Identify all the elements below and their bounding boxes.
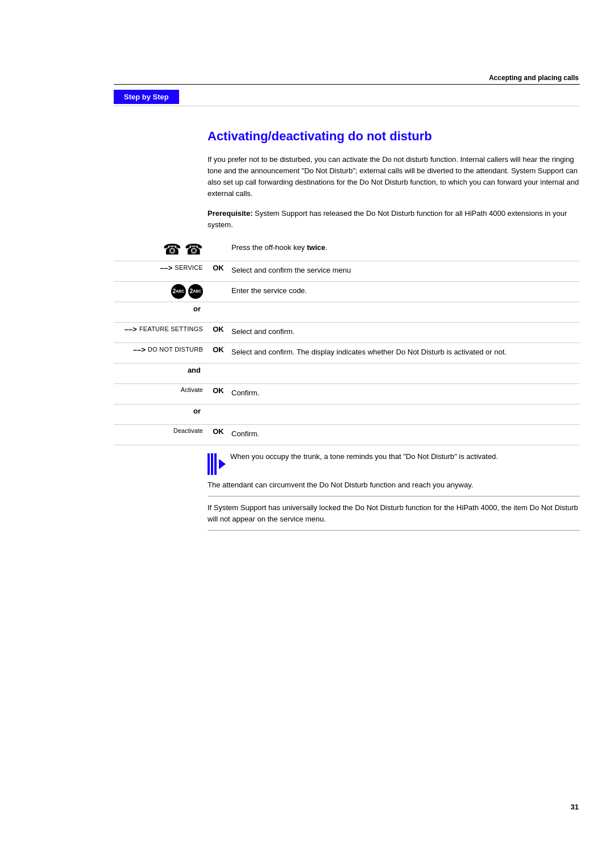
prereq-paragraph: Prerequisite: System Support has release… [208, 208, 580, 231]
col-right-dnd: Select and confirm. The display indicate… [229, 345, 580, 358]
col-right-and [229, 366, 580, 367]
col-mid-ok-service: OK [208, 264, 229, 272]
ok-label-feature: OK [213, 325, 224, 333]
arrow-icon-feature: ––> [125, 325, 137, 333]
info-note-2: The attendant can circumvent the Do Not … [208, 479, 580, 491]
info-section: When you occupy the trunk, a tone remind… [208, 451, 580, 531]
col-right-or1 [229, 304, 580, 306]
step-row-service-code: 2ABC 2ABC Enter the service code. [114, 282, 580, 302]
section-top-rule [114, 106, 580, 106]
col-right-feature: Select and confirm. [229, 325, 580, 337]
abc-badges: 2ABC 2ABC [171, 284, 203, 299]
phone-icons: ☎ ☎ [163, 241, 203, 258]
feature-label: Feature settings [139, 326, 203, 332]
col-right-activate: Confirm. [229, 386, 580, 399]
col-left-deactivate: Deactivate [114, 427, 208, 434]
intro-paragraph: If you prefer not to be disturbed, you c… [208, 154, 580, 200]
deactivate-label: Deactivate [173, 427, 203, 434]
arrow-icon-dnd: ––> [133, 345, 146, 354]
arrow-label-dnd: ––> DO NOT DISTURB [133, 345, 203, 354]
page-title: Activating/deactivating do not disturb [208, 129, 580, 144]
col-mid-ok-feature: OK [208, 325, 229, 333]
step-row-or1: or [114, 302, 580, 323]
col-left-activate: Activate [114, 386, 208, 393]
col-left-phone: ☎ ☎ [114, 241, 208, 258]
and-label: and [114, 366, 208, 374]
step-row-and: and [114, 364, 580, 384]
abc-badge-2: 2ABC [188, 284, 203, 299]
info-box-1: When you occupy the trunk, a tone remind… [208, 451, 580, 475]
info-arrow-indicator [208, 451, 226, 475]
col-right-deactivate: Confirm. [229, 427, 580, 440]
phone-icon-1: ☎ [163, 241, 181, 258]
header-section-title: Accepting and placing calls [489, 74, 579, 82]
bottom-rule-1 [208, 496, 580, 496]
info-arrow [219, 459, 226, 469]
prereq-text: System Support has released the Do Not D… [208, 209, 567, 229]
ok-label-activate: OK [213, 386, 224, 395]
or2-label: or [114, 407, 208, 415]
ok-label-dnd: OK [213, 345, 224, 354]
step-row-or2: or [114, 404, 580, 425]
info-bar-1 [208, 453, 210, 475]
step-row-deactivate: Deactivate OK Confirm. [114, 425, 580, 445]
twice-label: twice [307, 243, 326, 252]
phone-icon-2: ☎ [185, 241, 203, 258]
col-right-service: Select and confirm the service menu [229, 264, 580, 276]
arrow-label-service: ––> SERVICE [160, 264, 203, 272]
step-row-service: ––> SERVICE OK Select and confirm the se… [114, 261, 580, 282]
info-note-3: If System Support has universally locked… [208, 502, 580, 524]
activate-label: Activate [181, 386, 203, 393]
col-left-abc: 2ABC 2ABC [114, 284, 208, 299]
col-mid-ok-deactivate: OK [208, 427, 229, 436]
info-bar-2 [211, 453, 213, 475]
step-row-dnd: ––> DO NOT DISTURB OK Select and confirm… [114, 343, 580, 364]
step-row-activate: Activate OK Confirm. [114, 384, 580, 404]
col-right-service-code: Enter the service code. [229, 284, 580, 297]
col-mid-ok-activate: OK [208, 386, 229, 395]
abc-badge-1: 2ABC [171, 284, 186, 299]
or1-label: or [114, 304, 208, 313]
col-right-press-offhook: Press the off-hook key twice. [229, 241, 580, 253]
step-row-press-offhook: ☎ ☎ Press the off-hook key twice. [114, 239, 580, 261]
service-label: SERVICE [175, 264, 203, 271]
prereq-label: Prerequisite: [208, 209, 252, 218]
info-bar-3 [214, 453, 217, 475]
col-right-or2 [229, 407, 580, 408]
dnd-label: DO NOT DISTURB [148, 346, 203, 353]
arrow-label-feature: ––> Feature settings [125, 325, 203, 333]
step-row-feature-settings: ––> Feature settings OK Select and confi… [114, 323, 580, 343]
steps-area: ☎ ☎ Press the off-hook key twice. ––> SE… [114, 239, 580, 445]
main-content: Activating/deactivating do not disturb I… [114, 90, 580, 536]
arrow-icon: ––> [160, 264, 172, 272]
col-mid-ok-dnd: OK [208, 345, 229, 354]
info-text-1: When you occupy the trunk, a tone remind… [230, 451, 580, 462]
bottom-rule-2 [208, 530, 580, 531]
header-rule [114, 84, 580, 85]
col-left-service: ––> SERVICE [114, 264, 208, 272]
page: Accepting and placing calls Step by Step… [0, 0, 614, 868]
ok-label-deactivate: OK [213, 427, 224, 436]
page-number: 31 [571, 803, 579, 811]
ok-label-service: OK [213, 264, 224, 272]
col-left-dnd: ––> DO NOT DISTURB [114, 345, 208, 354]
col-left-feature: ––> Feature settings [114, 325, 208, 333]
